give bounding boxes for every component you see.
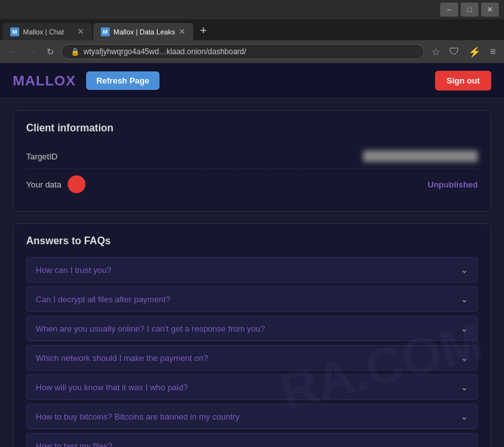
faq-question-5: How to buy bitcoins? Bitcoins are banned… xyxy=(36,412,239,421)
browser-nav: ← → ↻ 🔒 wtyafjyhwqrgo4a45wd…klaad.onion/… xyxy=(0,40,504,63)
shield-button[interactable]: 🛡 xyxy=(446,45,463,59)
tab-title-chat: Mallox | Chat xyxy=(23,28,73,36)
tab-favicon-leaks: M xyxy=(101,27,110,36)
chevron-down-icon-3: ⌄ xyxy=(461,353,468,363)
chevron-down-icon-1: ⌄ xyxy=(461,294,468,304)
faq-question-0: How can I trust you? xyxy=(36,265,112,275)
your-data-row: Your data Unpublished xyxy=(26,169,478,200)
your-data-label: Your data xyxy=(26,180,61,189)
browser-tabs: M Mallox | Chat ✕ M Mallox | Data Leaks … xyxy=(0,19,504,40)
faq-card: Answers to FAQs How can I trust you? ⌄ C… xyxy=(13,223,491,447)
faq-question-1: Can I decrypt all files after payment? xyxy=(36,295,170,304)
logo-part2: LOX xyxy=(45,73,76,89)
faq-item-1[interactable]: Can I decrypt all files after payment? ⌄ xyxy=(26,286,478,312)
extensions-button[interactable]: ⚡ xyxy=(465,45,484,59)
chevron-down-icon-4: ⌄ xyxy=(461,382,468,392)
faq-item-6[interactable]: How to test my files? ⌄ xyxy=(26,433,478,447)
new-tab-button[interactable]: + xyxy=(195,22,212,40)
chevron-down-icon-6: ⌄ xyxy=(461,441,468,447)
chevron-down-icon-0: ⌄ xyxy=(461,265,468,275)
tab-close-leaks[interactable]: ✕ xyxy=(179,27,186,36)
refresh-button[interactable]: Refresh Page xyxy=(86,71,159,90)
forward-button[interactable]: → xyxy=(24,45,40,58)
data-avatar xyxy=(68,175,85,193)
app-header: MALLOX Refresh Page Sign out xyxy=(0,63,504,99)
faq-item-5[interactable]: How to buy bitcoins? Bitcoins are banned… xyxy=(26,404,478,429)
faq-question-3: Which network should I make the payment … xyxy=(36,353,208,363)
close-button[interactable]: ✕ xyxy=(481,3,499,17)
browser-topbar: – □ ✕ xyxy=(0,0,504,19)
client-info-title: Client information xyxy=(26,122,478,134)
target-id-label: TargetID xyxy=(26,152,57,161)
tab-title-leaks: Mallox | Data Leaks xyxy=(114,28,175,36)
chevron-down-icon-2: ⌄ xyxy=(461,323,468,333)
minimize-button[interactable]: – xyxy=(440,3,458,17)
chevron-down-icon-5: ⌄ xyxy=(461,411,468,421)
faq-title: Answers to FAQs xyxy=(26,235,478,247)
back-button[interactable]: ← xyxy=(5,45,20,58)
target-id-row: TargetID xyxy=(26,144,478,169)
main-content: Client information TargetID Your data Un… xyxy=(0,99,504,447)
tab-favicon-chat: M xyxy=(10,27,19,36)
menu-button[interactable]: ≡ xyxy=(487,45,499,59)
faq-item-2[interactable]: When are you usually online? I can't get… xyxy=(26,316,478,341)
faq-item-3[interactable]: Which network should I make the payment … xyxy=(26,345,478,370)
url-text: wtyafjyhwqrgo4a45wd…klaad.onion/dashboar… xyxy=(84,47,246,56)
tab-data-leaks[interactable]: M Mallox | Data Leaks ✕ xyxy=(93,23,193,40)
faq-question-4: How will you know that it was I who paid… xyxy=(36,383,188,392)
signout-button[interactable]: Sign out xyxy=(435,71,491,91)
data-status-badge: Unpublished xyxy=(427,180,478,189)
lock-icon: 🔒 xyxy=(71,48,80,56)
app-logo: MALLOX xyxy=(13,73,76,89)
maximize-button[interactable]: □ xyxy=(461,3,478,17)
faq-question-6: How to test my files? xyxy=(36,441,112,448)
faq-item-4[interactable]: How will you know that it was I who paid… xyxy=(26,374,478,400)
tab-close-chat[interactable]: ✕ xyxy=(77,27,84,36)
address-bar[interactable]: 🔒 wtyafjyhwqrgo4a45wd…klaad.onion/dashbo… xyxy=(61,44,424,59)
nav-right-buttons: ☆ 🛡 ⚡ ≡ xyxy=(428,45,499,59)
logo-part1: MAL xyxy=(13,73,45,89)
faq-item-0[interactable]: How can I trust you? ⌄ xyxy=(26,257,478,282)
bookmark-button[interactable]: ☆ xyxy=(428,45,443,59)
client-info-card: Client information TargetID Your data Un… xyxy=(13,110,491,212)
reload-button[interactable]: ↻ xyxy=(43,45,57,58)
target-id-value xyxy=(363,150,478,162)
faq-question-2: When are you usually online? I can't get… xyxy=(36,324,265,333)
tab-chat[interactable]: M Mallox | Chat ✕ xyxy=(3,23,92,40)
